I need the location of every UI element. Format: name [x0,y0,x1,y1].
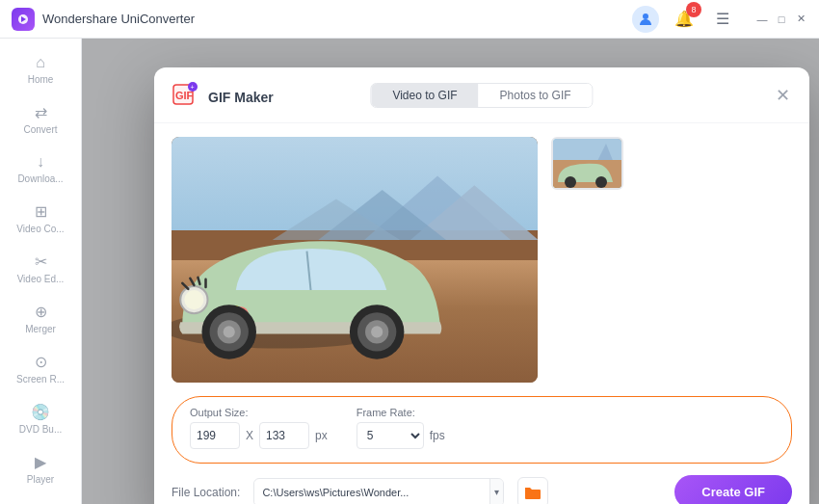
dvd-burn-icon: 💿 [31,403,50,421]
sidebar-item-player[interactable]: ▶ Player [0,445,81,493]
sidebar-label-video-edit: Video Ed... [17,274,65,285]
thumbnail-strip [551,137,623,383]
svg-point-2 [643,13,648,19]
svg-line-25 [190,279,194,285]
sidebar-item-convert[interactable]: ⇄ Convert [0,95,81,144]
sidebar-item-video-edit[interactable]: ✂ Video Ed... [0,245,81,293]
modal-title: GIF Maker [208,90,274,105]
video-compress-icon: ⊞ [35,202,47,221]
output-settings: Output Size: X px Frame Rate: 5 10 [172,396,792,464]
output-size-group: Output Size: X px [190,407,328,449]
sidebar-label-merger: Merger [25,324,56,335]
sidebar-item-screen-record[interactable]: ⊙ Screen R... [0,345,81,393]
hamburger-menu-icon[interactable]: ☰ [709,6,736,33]
sidebar-label-convert: Convert [23,124,57,136]
convert-icon: ⇄ [35,103,47,121]
notification-bell-icon[interactable]: 🔔 8 [671,6,698,33]
size-unit: px [315,429,328,442]
car-scene [172,137,538,383]
sidebar-label-dvd-burn: DVD Bu... [19,424,62,436]
close-button[interactable]: ✕ [794,13,807,26]
svg-point-20 [371,326,383,337]
sidebar-label-download: Downloa... [17,173,63,185]
sidebar-item-toolbox[interactable]: ⊞ Toolbox [0,495,81,504]
main-preview-image [172,137,538,383]
minimize-button[interactable]: — [755,13,769,26]
sidebar-label-home: Home [28,74,54,86]
svg-text:+: + [191,84,195,91]
modal-footer: File Location: ▾ Create GIF [154,475,809,504]
sidebar-item-download[interactable]: ↓ Downloa... [0,146,81,193]
app-logo [12,8,35,31]
file-location-input-wrap: ▾ [253,478,504,505]
output-size-label: Output Size: [190,407,328,418]
sidebar-label-screen-record: Screen R... [16,374,65,385]
x-separator: X [246,429,253,442]
svg-point-14 [184,290,203,309]
app-body: ⌂ Home ⇄ Convert ↓ Downloa... ⊞ Video Co… [0,39,819,504]
frame-rate-label: Frame Rate: [357,407,445,418]
sidebar: ⌂ Home ⇄ Convert ↓ Downloa... ⊞ Video Co… [0,39,82,504]
frame-rate-group: Frame Rate: 5 10 15 24 30 fps [357,407,445,449]
download-icon: ↓ [37,153,44,171]
gif-maker-modal: GIF + GIF Maker Video to GIF Photos to G… [154,67,809,504]
thumbnail-img-1 [553,139,621,188]
sidebar-label-player: Player [27,474,54,486]
svg-rect-29 [553,139,623,160]
fps-unit: fps [430,429,445,442]
file-location-label: File Location: [172,486,240,499]
svg-point-32 [565,176,576,188]
home-icon: ⌂ [36,54,45,71]
video-edit-icon: ✂ [35,252,47,271]
modal-close-button[interactable]: ✕ [771,84,794,107]
file-location-dropdown-button[interactable]: ▾ [489,479,503,505]
main-content: tor data stadata CD. GIF + GIF Maker [82,39,819,504]
merger-icon: ⊕ [35,303,47,321]
modal-tabs: Video to GIF Photos to GIF [370,83,593,108]
modal-header: GIF + GIF Maker Video to GIF Photos to G… [154,67,809,123]
width-input[interactable] [190,422,240,449]
sidebar-label-video-compress: Video Co... [16,224,64,235]
sidebar-item-merger[interactable]: ⊕ Merger [0,295,81,343]
browse-folder-button[interactable] [517,477,548,505]
height-input[interactable] [259,422,309,449]
gif-icon: GIF + [172,81,198,113]
tab-photos-to-gif[interactable]: Photos to GIF [479,84,593,107]
create-gif-button[interactable]: Create GIF [674,475,792,504]
notification-badge: 8 [686,2,701,17]
title-bar-controls: 🔔 8 ☰ — □ ✕ [632,6,807,33]
sidebar-item-video-compress[interactable]: ⊞ Video Co... [0,195,81,243]
title-bar: Wondershare UniConverter 🔔 8 ☰ — □ ✕ [0,0,819,39]
user-avatar-icon[interactable] [632,6,659,33]
modal-body [154,123,809,396]
thumbnail-1[interactable] [551,137,623,190]
sidebar-item-dvd-burn[interactable]: 💿 DVD Bu... [0,395,81,443]
frame-rate-select[interactable]: 5 10 15 24 30 [357,422,424,449]
svg-text:GIF: GIF [175,90,194,101]
app-title: Wondershare UniConverter [42,12,195,26]
sidebar-item-home[interactable]: ⌂ Home [0,46,81,93]
player-icon: ▶ [35,453,46,471]
fps-inputs: 5 10 15 24 30 fps [357,422,445,449]
maximize-button[interactable]: □ [775,13,788,26]
svg-point-33 [595,176,607,188]
window-controls: — □ ✕ [755,13,807,26]
file-location-input[interactable] [254,482,489,503]
screen-record-icon: ⊙ [35,353,47,371]
tab-video-to-gif[interactable]: Video to GIF [371,84,478,107]
svg-point-24 [224,326,235,337]
size-inputs: X px [190,422,328,449]
